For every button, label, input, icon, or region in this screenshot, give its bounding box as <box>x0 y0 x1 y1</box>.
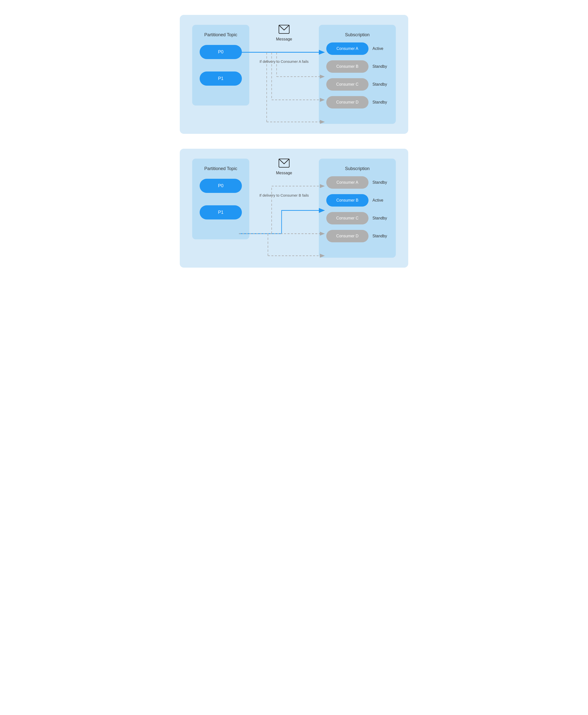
consumer-b-btn-1: Consumer B <box>326 60 369 73</box>
fail-label-1: If delivery to Consumer A fails <box>259 59 309 64</box>
consumer-row-1-3: Consumer D Standby <box>326 96 388 108</box>
diagram-2: Partitioned Topic P0 P1 Message If deliv… <box>180 149 408 268</box>
consumer-row-2-3: Consumer D Standby <box>326 230 388 242</box>
middle-area-2: Message If delivery to Consumer B fails <box>249 159 319 198</box>
right-panel-2: Subscription Consumer A Standby Consumer… <box>319 159 396 258</box>
consumer-c-btn-1: Consumer C <box>326 78 369 91</box>
subscription-title-2: Subscription <box>326 166 388 171</box>
consumer-d-status-2: Standby <box>373 234 387 238</box>
consumer-row-2-2: Consumer C Standby <box>326 212 388 225</box>
consumer-row-1-1: Consumer B Standby <box>326 60 388 73</box>
left-panel-2: Partitioned Topic P0 P1 <box>192 159 249 239</box>
message-area-2: Message <box>276 159 292 175</box>
consumer-c-status-2: Standby <box>373 216 387 220</box>
partitioned-topic-title-2: Partitioned Topic <box>200 166 242 171</box>
fail-label-2: If delivery to Consumer B fails <box>259 193 309 198</box>
left-panel-1: Partitioned Topic P0 P1 <box>192 25 249 106</box>
consumer-d-btn-2: Consumer D <box>326 230 369 242</box>
consumer-d-status-1: Standby <box>373 100 387 105</box>
consumer-a-status-1: Active <box>373 46 383 51</box>
consumer-row-1-0: Consumer A Active <box>326 42 388 55</box>
consumer-d-btn-1: Consumer D <box>326 96 369 108</box>
right-panel-1: Subscription Consumer A Active Consumer … <box>319 25 396 124</box>
message-icon-2 <box>279 159 290 170</box>
consumer-b-status-1: Standby <box>373 64 387 69</box>
partition-p1-btn-1: P1 <box>200 71 242 86</box>
consumer-a-btn-2: Consumer A <box>326 176 369 189</box>
consumer-a-btn-1: Consumer A <box>326 42 369 55</box>
consumer-row-1-2: Consumer C Standby <box>326 78 388 91</box>
message-icon-1 <box>279 25 290 36</box>
middle-area-1: Message If delivery to Consumer A fails <box>249 25 319 64</box>
subscription-title-1: Subscription <box>326 32 388 38</box>
partition-p0-btn-2: P0 <box>200 179 242 193</box>
consumer-c-btn-2: Consumer C <box>326 212 369 225</box>
consumer-row-2-1: Consumer B Active <box>326 194 388 207</box>
message-label-1: Message <box>276 37 292 41</box>
diagram-1: Partitioned Topic P0 P1 Message If deliv… <box>180 15 408 134</box>
partition-p0-btn-1: P0 <box>200 45 242 59</box>
partition-p1-btn-2: P1 <box>200 205 242 219</box>
consumer-row-2-0: Consumer A Standby <box>326 176 388 189</box>
consumer-b-btn-2: Consumer B <box>326 194 369 207</box>
consumer-a-status-2: Standby <box>373 180 387 185</box>
partitioned-topic-title-1: Partitioned Topic <box>200 32 242 38</box>
consumer-c-status-1: Standby <box>373 82 387 87</box>
message-label-2: Message <box>276 171 292 175</box>
consumer-b-status-2: Active <box>373 198 383 203</box>
message-area-1: Message <box>276 25 292 41</box>
